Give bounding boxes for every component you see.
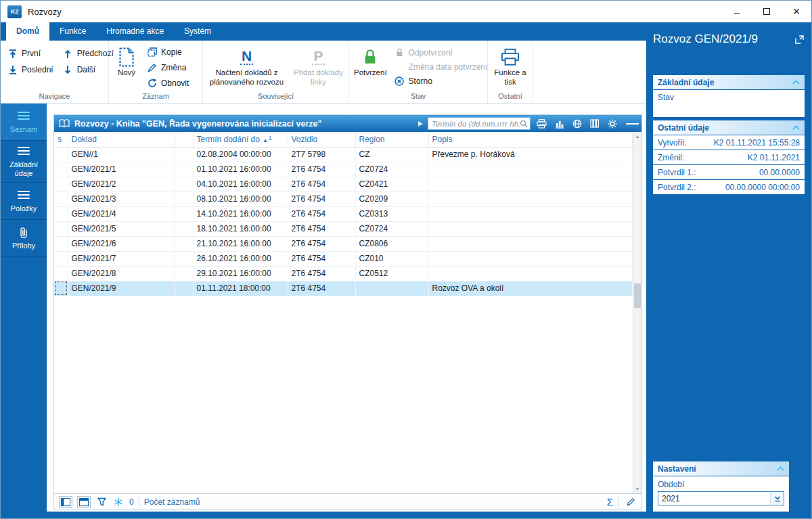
cell-spacer[interactable] bbox=[174, 251, 193, 266]
cell-doklad[interactable]: GEN/2021/6 bbox=[68, 236, 174, 251]
cell-doklad[interactable]: GEN/2021/7 bbox=[68, 251, 174, 266]
cell-s[interactable] bbox=[54, 236, 68, 251]
cell-termin[interactable]: 14.10.2021 16:00:00 bbox=[193, 206, 288, 221]
cell-region[interactable]: CZ0724 bbox=[355, 221, 428, 236]
sidebar-item-zakladni-udaje[interactable]: Základní údaje bbox=[1, 141, 47, 183]
cell-popis[interactable]: Převezme p. Horáková bbox=[428, 147, 633, 162]
sidebar-item-seznam[interactable]: Seznam bbox=[1, 104, 47, 141]
column-header-doklad[interactable]: Doklad bbox=[68, 132, 174, 147]
gear-icon[interactable] bbox=[606, 117, 618, 131]
maximize-button[interactable] bbox=[752, 1, 782, 22]
cell-region[interactable] bbox=[355, 281, 428, 296]
cell-popis[interactable] bbox=[428, 251, 633, 266]
section-header-nastaveni[interactable]: Nastavení bbox=[653, 461, 789, 476]
cell-vozidlo[interactable]: 2T6 4754 bbox=[288, 281, 355, 296]
cell-region[interactable]: CZ0806 bbox=[355, 236, 428, 251]
cell-termin[interactable]: 01.10.2021 16:00:00 bbox=[193, 162, 288, 177]
cell-spacer[interactable] bbox=[174, 191, 193, 206]
view-columns-icon[interactable] bbox=[59, 496, 72, 508]
search-input[interactable] bbox=[432, 120, 520, 128]
column-header-vozidlo[interactable]: Vozidlo bbox=[288, 132, 355, 147]
new-button[interactable]: Nový bbox=[111, 43, 142, 78]
cell-spacer[interactable] bbox=[174, 266, 193, 281]
cell-spacer[interactable] bbox=[174, 147, 193, 162]
tab-domu[interactable]: Domů bbox=[6, 22, 49, 41]
cell-vozidlo[interactable]: 2T6 4754 bbox=[288, 191, 355, 206]
sidebar-item-polozky[interactable]: Položky bbox=[1, 183, 47, 220]
section-header-zakladni-udaje[interactable]: Základní údaje bbox=[653, 75, 805, 89]
cell-spacer[interactable] bbox=[174, 177, 193, 191]
cell-doklad[interactable]: GEN/2021/8 bbox=[68, 266, 174, 281]
cell-doklad[interactable]: GEN/2021/5 bbox=[68, 221, 174, 236]
cell-vozidlo[interactable]: 2T6 4754 bbox=[288, 266, 355, 281]
obdobi-input[interactable] bbox=[658, 492, 770, 505]
cell-spacer[interactable] bbox=[174, 206, 193, 221]
cell-vozidlo[interactable]: 2T6 4754 bbox=[288, 206, 355, 221]
edit-button[interactable]: Změna bbox=[142, 60, 194, 75]
cell-s[interactable] bbox=[54, 191, 68, 206]
cell-termin[interactable]: 18.10.2021 16:00:00 bbox=[193, 221, 288, 236]
cancel-storno-button[interactable]: Storno bbox=[390, 74, 493, 88]
cell-s[interactable] bbox=[54, 206, 68, 221]
table-row-selected[interactable]: GEN/2021/901.11.2021 18:00:002T6 4754Roz… bbox=[54, 281, 633, 296]
dropdown-icon[interactable] bbox=[770, 492, 784, 505]
cell-termin[interactable]: 02.08.2004 00:00:00 bbox=[193, 147, 288, 162]
chart-icon[interactable] bbox=[553, 117, 566, 131]
functions-print-button[interactable]: Funkce a tisk bbox=[491, 43, 530, 87]
cell-popis[interactable]: Rozvoz OVA a okolí bbox=[428, 281, 633, 296]
table-row[interactable]: GEN/2021/308.10.2021 16:00:002T6 4754CZ0… bbox=[54, 191, 633, 206]
cell-region[interactable]: CZ0421 bbox=[355, 177, 428, 191]
expand-panel-icon[interactable] bbox=[794, 34, 805, 45]
view-panel-icon[interactable] bbox=[77, 496, 91, 508]
table-row[interactable]: GEN/2021/204.10.2021 16:00:002T6 4754CZ0… bbox=[54, 177, 633, 191]
section-header-ostatni-udaje[interactable]: Ostatní údaje bbox=[653, 120, 805, 135]
refresh-button[interactable]: Obnovit bbox=[142, 75, 194, 91]
cell-vozidlo[interactable]: 2T6 4754 bbox=[288, 221, 355, 236]
cell-s[interactable] bbox=[54, 266, 68, 281]
cell-termin[interactable]: 01.11.2021 18:00:00 bbox=[193, 281, 288, 296]
column-header-region[interactable]: Region bbox=[355, 132, 428, 147]
scroll-up-icon[interactable]: ▲ bbox=[633, 132, 641, 141]
table-row[interactable]: GEN/2021/829.10.2021 16:00:002T6 4754CZ0… bbox=[54, 266, 633, 281]
cell-s[interactable] bbox=[54, 281, 68, 296]
close-button[interactable]: × bbox=[782, 1, 811, 22]
print-icon[interactable] bbox=[535, 117, 548, 131]
scrollbar-thumb[interactable] bbox=[634, 284, 641, 308]
tab-funkce[interactable]: Funkce bbox=[49, 22, 96, 41]
table-row[interactable]: GEN//102.08.2004 00:00:002T7 5798CZPřeve… bbox=[54, 147, 633, 162]
columns-icon[interactable] bbox=[588, 117, 601, 131]
table-row[interactable]: GEN/2021/414.10.2021 16:00:002T6 4754CZ0… bbox=[54, 206, 633, 221]
table-row[interactable]: GEN/2021/518.10.2021 16:00:002T6 4754CZ0… bbox=[54, 221, 633, 236]
cell-spacer[interactable] bbox=[174, 281, 193, 296]
cell-popis[interactable] bbox=[428, 162, 633, 177]
table-row[interactable]: GEN/2021/621.10.2021 16:00:002T6 4754CZ0… bbox=[54, 236, 633, 251]
tab-system[interactable]: Systém bbox=[174, 22, 221, 41]
cell-termin[interactable]: 26.10.2021 16:00:00 bbox=[193, 251, 288, 266]
cell-popis[interactable] bbox=[428, 206, 633, 221]
cell-region[interactable]: CZ0313 bbox=[355, 206, 428, 221]
cell-spacer[interactable] bbox=[174, 236, 193, 251]
sidebar-item-prilohy[interactable]: Přílohy bbox=[1, 220, 47, 257]
table-row[interactable]: GEN/2021/101.10.2021 16:00:002T6 4754CZ0… bbox=[54, 162, 633, 177]
first-button[interactable]: První bbox=[3, 45, 58, 62]
load-planned-documents-button[interactable]: N Načtení dokladů z plánovaného rozvozu bbox=[206, 43, 288, 87]
cell-vozidlo[interactable]: 2T7 5798 bbox=[288, 147, 355, 162]
column-header-blank[interactable] bbox=[174, 132, 193, 147]
minimize-button[interactable]: – bbox=[722, 1, 752, 22]
play-icon[interactable] bbox=[418, 121, 423, 127]
globe-icon[interactable] bbox=[570, 117, 583, 131]
cell-doklad[interactable]: GEN/2021/4 bbox=[68, 206, 174, 221]
menu-icon[interactable] bbox=[626, 117, 639, 131]
sum-icon[interactable]: Σ bbox=[607, 496, 613, 507]
snowflake-icon[interactable] bbox=[112, 498, 125, 506]
cell-doklad[interactable]: GEN//1 bbox=[68, 147, 174, 162]
cell-termin[interactable]: 21.10.2021 16:00:00 bbox=[193, 236, 288, 251]
cell-region[interactable]: CZ bbox=[355, 147, 428, 162]
last-button[interactable]: Poslední bbox=[3, 62, 58, 78]
stav-field[interactable]: Stav bbox=[653, 90, 805, 117]
column-header-popis[interactable]: Popis bbox=[428, 132, 633, 147]
cell-vozidlo[interactable]: 2T6 4754 bbox=[288, 177, 355, 191]
copy-button[interactable]: Kopie bbox=[142, 44, 194, 60]
cell-region[interactable]: CZ010 bbox=[355, 251, 428, 266]
cell-s[interactable] bbox=[54, 177, 68, 191]
